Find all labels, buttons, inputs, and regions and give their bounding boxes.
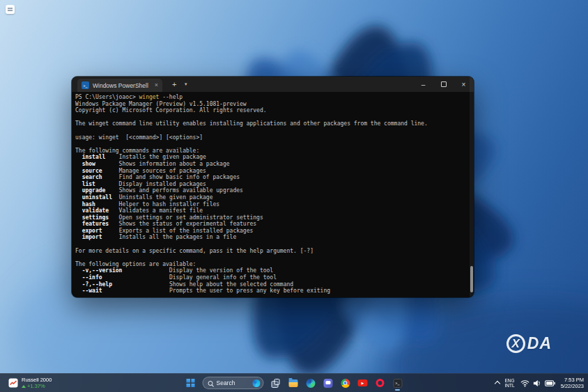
tab-close-icon[interactable]: × <box>155 82 158 88</box>
file-explorer-icon <box>288 379 297 387</box>
terminal-line: show Shows information about a package <box>75 161 467 168</box>
youtube-button[interactable]: ▶ <box>355 375 371 391</box>
wifi-icon <box>520 379 529 387</box>
terminal-line: Copyright (c) Microsoft Corporation. All… <box>75 107 467 114</box>
terminal-line: --info Display general info of the tool <box>75 274 467 281</box>
volume-icon <box>533 379 541 387</box>
taskbar-center: Search ▶>_ <box>183 374 405 392</box>
taskbar: Russell 2000 +1.37% Search ▶>_ ENG INTL <box>0 373 588 392</box>
stock-change: +1.37% <box>27 383 45 389</box>
tray-status-icons[interactable] <box>520 379 555 387</box>
edge-icon <box>306 379 315 388</box>
xda-da-text: DA <box>527 334 552 353</box>
opera-icon <box>376 379 385 387</box>
window-titlebar[interactable]: >_ Windows PowerShell × + ▾ – × <box>72 77 474 92</box>
search-icon <box>208 381 213 386</box>
terminal-line: features Shows the status of experimenta… <box>75 221 467 228</box>
xda-watermark: X DA <box>506 334 552 353</box>
stock-up-arrow-icon <box>22 385 26 388</box>
tab-dropdown-button[interactable]: ▾ <box>182 77 190 92</box>
tab-windows-powershell[interactable]: >_ Windows PowerShell × <box>77 79 162 92</box>
clock-date: 5/22/2023 <box>561 383 584 390</box>
terminal-line: The winget command line utility enables … <box>75 120 467 127</box>
terminal-line: --wait Prompts the user to press any key… <box>75 288 467 295</box>
system-tray: ENG INTL 7:53 PM 5/22/2023 <box>495 374 584 392</box>
terminal-line: Windows Package Manager (Preview) v1.5.1… <box>75 101 467 108</box>
terminal-line: The following options are available: <box>75 261 467 268</box>
terminal-line: -?,--help Shows help about the selected … <box>75 281 467 288</box>
terminal-icon: >_ <box>393 379 402 388</box>
powershell-window: >_ Windows PowerShell × + ▾ – × PS C:\Us… <box>72 77 474 297</box>
terminal-scrollbar[interactable] <box>470 77 474 297</box>
terminal-button[interactable]: >_ <box>390 375 405 391</box>
chat-icon <box>323 379 332 388</box>
terminal-line: search Find and show basic info of packa… <box>75 174 467 181</box>
terminal-line: -v,--version Display the version of the … <box>75 267 467 274</box>
terminal-line: validate Validates a manifest file <box>75 207 467 214</box>
desktop-shortcut-icon[interactable] <box>6 5 15 14</box>
terminal-line <box>75 141 467 148</box>
chrome-icon <box>341 379 350 388</box>
taskbar-clock[interactable]: 7:53 PM 5/22/2023 <box>561 377 584 390</box>
language-indicator[interactable]: ENG INTL <box>505 378 515 389</box>
clock-time: 7:53 PM <box>561 377 584 384</box>
maximize-icon <box>441 81 447 87</box>
stock-chart-icon <box>8 378 18 388</box>
chevron-up-icon[interactable] <box>494 381 500 386</box>
close-icon: × <box>462 81 466 88</box>
terminal-line: upgrade Shows and performs available upg… <box>75 187 467 194</box>
window-controls: – × <box>413 77 474 92</box>
task-view-button[interactable] <box>268 375 284 391</box>
youtube-icon: ▶ <box>358 379 368 386</box>
terminal-line: source Manage sources of packages <box>75 168 467 175</box>
terminal-line: settings Open settings or set administra… <box>75 214 467 221</box>
terminal-line: For more details on a specific command, … <box>75 248 467 255</box>
terminal-line: list Display installed packages <box>75 181 467 188</box>
terminal-line: usage: winget [<command>] [<options>] <box>75 134 467 141</box>
bing-icon <box>253 379 261 387</box>
windows-start-icon <box>187 379 195 387</box>
widgets-button[interactable]: Russell 2000 +1.37% <box>4 374 56 392</box>
tab-title: Windows PowerShell <box>93 82 151 89</box>
chrome-button[interactable] <box>338 375 353 391</box>
file-explorer-button[interactable] <box>286 375 301 391</box>
terminal-line <box>75 114 467 121</box>
active-app-indicator <box>395 389 400 391</box>
edge-button[interactable] <box>303 375 318 391</box>
language-region: INTL <box>505 383 515 389</box>
terminal-line: import Installs all the packages in a fi… <box>75 234 467 241</box>
terminal-line: uninstall Uninstalls the given package <box>75 194 467 201</box>
task-view-icon <box>272 379 280 387</box>
maximize-button[interactable] <box>433 77 454 92</box>
tab-dropdown-icon: ▾ <box>185 81 187 87</box>
chat-button[interactable] <box>320 375 336 391</box>
stock-name: Russell 2000 <box>22 377 52 383</box>
opera-button[interactable] <box>373 375 388 391</box>
stock-widget-text: Russell 2000 +1.37% <box>22 377 52 389</box>
terminal-scrollbar-thumb[interactable] <box>470 266 473 292</box>
terminal-output[interactable]: PS C:\Users\joaoc> winget --helpWindows … <box>72 92 474 297</box>
new-tab-button[interactable]: + <box>169 77 179 92</box>
taskbar-app-icons: ▶>_ <box>268 375 405 391</box>
xda-x-mark: X <box>506 334 525 353</box>
terminal-line <box>75 241 467 248</box>
minimize-button[interactable]: – <box>413 77 433 92</box>
terminal-line: The following commands are available: <box>75 148 467 155</box>
new-tab-icon: + <box>172 80 176 88</box>
terminal-line <box>75 254 467 261</box>
powershell-tab-icon: >_ <box>82 81 89 89</box>
language-code: ENG <box>505 378 515 384</box>
battery-icon <box>545 380 555 386</box>
terminal-line: hash Helper to hash installer files <box>75 201 467 208</box>
taskbar-search[interactable]: Search <box>203 377 264 389</box>
terminal-line: install Installs the given package <box>75 154 467 161</box>
start-button[interactable] <box>183 375 199 391</box>
terminal-line: PS C:\Users\joaoc> winget --help <box>75 94 467 101</box>
search-label: Search <box>217 379 249 386</box>
minimize-icon: – <box>421 81 426 88</box>
terminal-line <box>75 127 467 134</box>
